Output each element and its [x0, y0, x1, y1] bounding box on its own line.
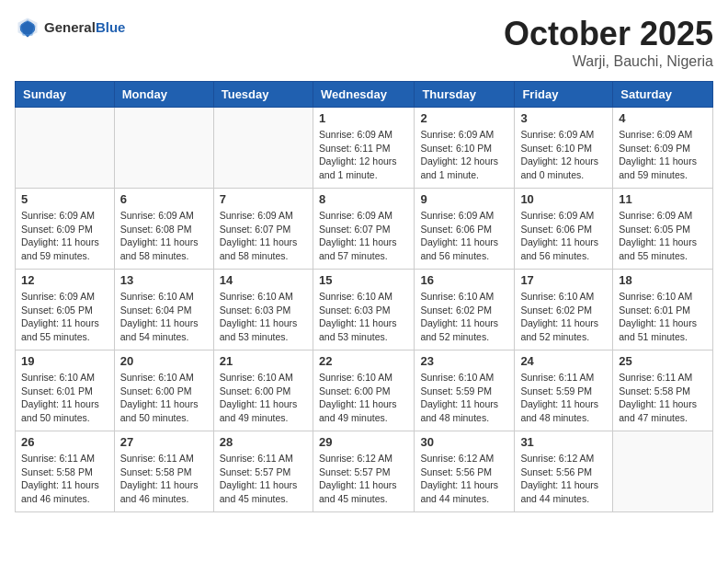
day-number: 5: [21, 192, 108, 206]
day-info: Sunrise: 6:11 AM Sunset: 5:58 PM Dayligh…: [120, 452, 208, 506]
calendar-cell: 14Sunrise: 6:10 AM Sunset: 6:03 PM Dayli…: [213, 270, 313, 350]
calendar-cell: [213, 108, 313, 189]
day-number: 20: [120, 354, 208, 368]
calendar-cell: 15Sunrise: 6:10 AM Sunset: 6:03 PM Dayli…: [313, 270, 414, 350]
day-number: 7: [220, 192, 307, 206]
day-number: 22: [319, 354, 408, 368]
day-info: Sunrise: 6:11 AM Sunset: 5:58 PM Dayligh…: [21, 452, 108, 506]
calendar-cell: 13Sunrise: 6:10 AM Sunset: 6:04 PM Dayli…: [114, 270, 213, 350]
day-info: Sunrise: 6:10 AM Sunset: 5:59 PM Dayligh…: [420, 371, 508, 425]
day-number: 19: [21, 354, 108, 368]
day-info: Sunrise: 6:09 AM Sunset: 6:05 PM Dayligh…: [619, 209, 707, 263]
day-number: 12: [21, 273, 108, 287]
calendar-cell: 8Sunrise: 6:09 AM Sunset: 6:07 PM Daylig…: [313, 189, 414, 270]
calendar-cell: 19Sunrise: 6:10 AM Sunset: 6:01 PM Dayli…: [16, 350, 115, 431]
calendar-title: October 2025: [504, 15, 713, 53]
calendar-cell: 6Sunrise: 6:09 AM Sunset: 6:08 PM Daylig…: [114, 189, 213, 270]
day-info: Sunrise: 6:09 AM Sunset: 6:06 PM Dayligh…: [420, 209, 508, 263]
day-number: 21: [220, 354, 307, 368]
day-number: 28: [220, 435, 307, 449]
day-number: 6: [120, 192, 208, 206]
day-info: Sunrise: 6:09 AM Sunset: 6:08 PM Dayligh…: [120, 209, 208, 263]
day-info: Sunrise: 6:09 AM Sunset: 6:09 PM Dayligh…: [619, 128, 707, 182]
calendar-header: SundayMondayTuesdayWednesdayThursdayFrid…: [16, 82, 713, 108]
day-info: Sunrise: 6:10 AM Sunset: 6:00 PM Dayligh…: [220, 371, 307, 425]
day-info: Sunrise: 6:09 AM Sunset: 6:05 PM Dayligh…: [21, 290, 108, 344]
day-info: Sunrise: 6:12 AM Sunset: 5:56 PM Dayligh…: [420, 452, 508, 506]
day-number: 1: [319, 111, 408, 125]
calendar-cell: 24Sunrise: 6:11 AM Sunset: 5:59 PM Dayli…: [515, 350, 613, 431]
calendar-cell: 10Sunrise: 6:09 AM Sunset: 6:06 PM Dayli…: [515, 189, 613, 270]
day-info: Sunrise: 6:11 AM Sunset: 5:58 PM Dayligh…: [619, 371, 707, 425]
calendar-cell: 3Sunrise: 6:09 AM Sunset: 6:10 PM Daylig…: [515, 108, 613, 189]
calendar-cell: 5Sunrise: 6:09 AM Sunset: 6:09 PM Daylig…: [16, 189, 115, 270]
logo-general: General: [44, 19, 96, 35]
calendar-cell: 16Sunrise: 6:10 AM Sunset: 6:02 PM Dayli…: [415, 270, 515, 350]
day-number: 26: [21, 435, 108, 449]
logo-blue: Blue: [96, 19, 126, 35]
calendar-cell: 29Sunrise: 6:12 AM Sunset: 5:57 PM Dayli…: [313, 431, 414, 512]
weekday-header: Wednesday: [313, 82, 414, 108]
day-info: Sunrise: 6:09 AM Sunset: 6:11 PM Dayligh…: [319, 128, 408, 182]
calendar-cell: 21Sunrise: 6:10 AM Sunset: 6:00 PM Dayli…: [213, 350, 313, 431]
calendar-cell: 12Sunrise: 6:09 AM Sunset: 6:05 PM Dayli…: [16, 270, 115, 350]
weekday-header: Thursday: [415, 82, 515, 108]
day-info: Sunrise: 6:09 AM Sunset: 6:06 PM Dayligh…: [520, 209, 607, 263]
day-number: 13: [120, 273, 208, 287]
day-info: Sunrise: 6:09 AM Sunset: 6:10 PM Dayligh…: [520, 128, 607, 182]
calendar-cell: 22Sunrise: 6:10 AM Sunset: 6:00 PM Dayli…: [313, 350, 414, 431]
day-info: Sunrise: 6:09 AM Sunset: 6:07 PM Dayligh…: [319, 209, 408, 263]
day-number: 24: [520, 354, 607, 368]
day-number: 31: [520, 435, 607, 449]
calendar-cell: 17Sunrise: 6:10 AM Sunset: 6:02 PM Dayli…: [515, 270, 613, 350]
calendar-week-row: 5Sunrise: 6:09 AM Sunset: 6:09 PM Daylig…: [16, 189, 713, 270]
day-number: 25: [619, 354, 707, 368]
calendar-cell: 23Sunrise: 6:10 AM Sunset: 5:59 PM Dayli…: [415, 350, 515, 431]
calendar-week-row: 26Sunrise: 6:11 AM Sunset: 5:58 PM Dayli…: [16, 431, 713, 512]
calendar-cell: 27Sunrise: 6:11 AM Sunset: 5:58 PM Dayli…: [114, 431, 213, 512]
day-info: Sunrise: 6:09 AM Sunset: 6:10 PM Dayligh…: [420, 128, 508, 182]
day-info: Sunrise: 6:11 AM Sunset: 5:59 PM Dayligh…: [520, 371, 607, 425]
calendar-cell: 31Sunrise: 6:12 AM Sunset: 5:56 PM Dayli…: [515, 431, 613, 512]
day-number: 17: [520, 273, 607, 287]
weekday-header: Monday: [114, 82, 213, 108]
day-number: 9: [420, 192, 508, 206]
logo: GeneralBlue: [15, 15, 125, 40]
day-info: Sunrise: 6:09 AM Sunset: 6:07 PM Dayligh…: [220, 209, 307, 263]
calendar-cell: 9Sunrise: 6:09 AM Sunset: 6:06 PM Daylig…: [415, 189, 515, 270]
calendar-table: SundayMondayTuesdayWednesdayThursdayFrid…: [15, 81, 713, 512]
weekday-header: Friday: [515, 82, 613, 108]
day-number: 15: [319, 273, 408, 287]
day-info: Sunrise: 6:11 AM Sunset: 5:57 PM Dayligh…: [220, 452, 307, 506]
day-info: Sunrise: 6:10 AM Sunset: 6:01 PM Dayligh…: [21, 371, 108, 425]
day-info: Sunrise: 6:10 AM Sunset: 6:04 PM Dayligh…: [120, 290, 208, 344]
day-number: 3: [520, 111, 607, 125]
calendar-cell: [16, 108, 115, 189]
calendar-cell: 26Sunrise: 6:11 AM Sunset: 5:58 PM Dayli…: [16, 431, 115, 512]
title-block: October 2025 Warji, Bauchi, Nigeria: [504, 15, 713, 70]
logo-icon: [15, 15, 40, 40]
calendar-cell: 11Sunrise: 6:09 AM Sunset: 6:05 PM Dayli…: [613, 189, 713, 270]
day-info: Sunrise: 6:10 AM Sunset: 6:03 PM Dayligh…: [220, 290, 307, 344]
day-number: 10: [520, 192, 607, 206]
weekday-header: Sunday: [16, 82, 115, 108]
page-header: GeneralBlue October 2025 Warji, Bauchi, …: [15, 15, 713, 70]
calendar-cell: 1Sunrise: 6:09 AM Sunset: 6:11 PM Daylig…: [313, 108, 414, 189]
day-info: Sunrise: 6:10 AM Sunset: 6:00 PM Dayligh…: [319, 371, 408, 425]
weekday-header: Tuesday: [213, 82, 313, 108]
calendar-cell: 30Sunrise: 6:12 AM Sunset: 5:56 PM Dayli…: [415, 431, 515, 512]
calendar-cell: 7Sunrise: 6:09 AM Sunset: 6:07 PM Daylig…: [213, 189, 313, 270]
calendar-cell: 20Sunrise: 6:10 AM Sunset: 6:00 PM Dayli…: [114, 350, 213, 431]
day-number: 18: [619, 273, 707, 287]
calendar-week-row: 12Sunrise: 6:09 AM Sunset: 6:05 PM Dayli…: [16, 270, 713, 350]
day-info: Sunrise: 6:12 AM Sunset: 5:56 PM Dayligh…: [520, 452, 607, 506]
day-number: 30: [420, 435, 508, 449]
day-info: Sunrise: 6:10 AM Sunset: 6:03 PM Dayligh…: [319, 290, 408, 344]
day-info: Sunrise: 6:09 AM Sunset: 6:09 PM Dayligh…: [21, 209, 108, 263]
day-number: 4: [619, 111, 707, 125]
day-info: Sunrise: 6:10 AM Sunset: 6:00 PM Dayligh…: [120, 371, 208, 425]
day-number: 2: [420, 111, 508, 125]
calendar-cell: [114, 108, 213, 189]
calendar-cell: 28Sunrise: 6:11 AM Sunset: 5:57 PM Dayli…: [213, 431, 313, 512]
day-number: 29: [319, 435, 408, 449]
